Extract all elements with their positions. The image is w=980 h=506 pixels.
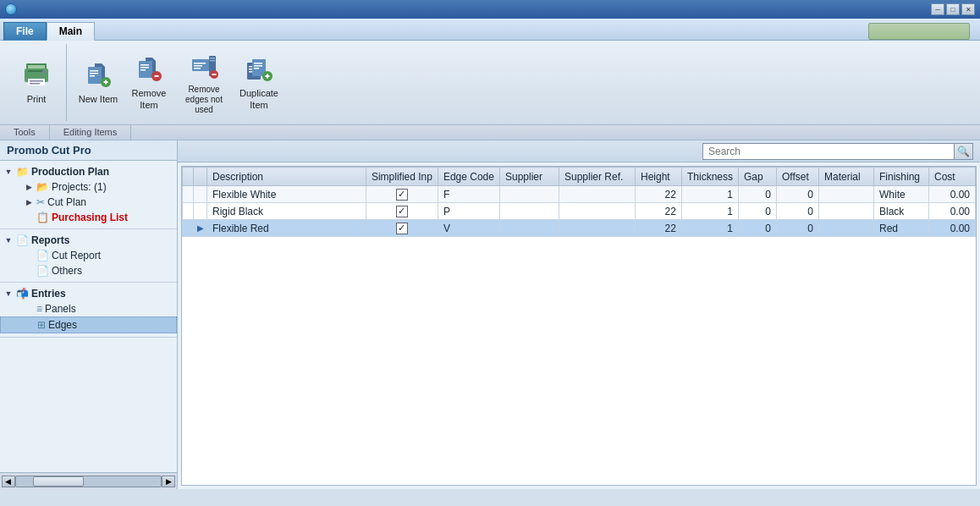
cell-description-1: Rigid Black xyxy=(207,203,366,220)
svg-rect-19 xyxy=(140,69,146,71)
cell-gap-2: 0 xyxy=(739,220,777,237)
col-gap: Gap xyxy=(739,168,777,186)
scissors-icon: ✂ xyxy=(36,196,45,208)
duplicate-item-label: Duplicate Item xyxy=(239,88,279,110)
search-container: 🔍 xyxy=(702,143,973,160)
cell-finishing-2: Red xyxy=(874,220,929,237)
cell-supplier-0 xyxy=(499,186,559,203)
cell-edge-code-0: F xyxy=(438,186,499,203)
svg-rect-26 xyxy=(194,68,201,69)
svg-point-6 xyxy=(42,70,46,74)
production-plan-section: ▼ 📁 Production Plan ▶ 📂 Projects: (1) ▶ … xyxy=(0,161,177,229)
checkbox-simplified-1[interactable]: ✓ xyxy=(396,206,408,217)
tab-main[interactable]: Main xyxy=(47,22,95,41)
sidebar-title: Promob Cut Pro xyxy=(0,140,177,161)
close-button[interactable]: ✕ xyxy=(961,3,975,15)
col-arrow xyxy=(194,168,207,186)
svg-rect-2 xyxy=(28,70,45,72)
sidebar-item-cut-plan[interactable]: ▶ ✂ Cut Plan xyxy=(0,195,177,210)
scrollbar-track[interactable] xyxy=(15,476,162,487)
edges-table: Description Simplified Inp Edge Code Sup… xyxy=(182,167,976,237)
cell-simplified-2[interactable]: ✓ xyxy=(366,220,438,237)
list-icon: 📋 xyxy=(36,212,49,223)
collapse-production-plan[interactable]: ▼ xyxy=(3,167,14,177)
panels-icon: ≡ xyxy=(36,303,42,315)
svg-rect-17 xyxy=(140,64,149,66)
tab-file[interactable]: File xyxy=(3,22,47,41)
duplicate-item-button[interactable]: Duplicate Item xyxy=(234,52,284,113)
new-item-button[interactable]: New Item xyxy=(74,52,123,113)
app-area: Promob Cut Pro ▼ 📁 Production Plan ▶ 📂 P… xyxy=(0,140,980,489)
cell-cost-0: 0.00 xyxy=(929,186,976,203)
svg-rect-38 xyxy=(254,65,262,67)
collapse-entries[interactable]: ▼ xyxy=(3,289,14,299)
cell-finishing-0: White xyxy=(874,186,929,203)
menu-bar: File Main xyxy=(0,19,980,41)
remove-edges-button[interactable]: Remove edges not used xyxy=(175,52,233,113)
collapse-cut-plan[interactable]: ▶ xyxy=(24,197,34,207)
checkbox-simplified-0[interactable]: ✓ xyxy=(396,189,408,201)
purchasing-list-label: Purchasing List xyxy=(52,212,128,223)
col-supplier-ref: Supplier Ref. xyxy=(559,168,635,186)
table-row[interactable]: ▶ Flexible Red ✓ V 22 1 0 0 Red 0.00 xyxy=(183,220,976,237)
cell-material-2 xyxy=(819,220,874,237)
scroll-left-arrow[interactable]: ◀ xyxy=(2,476,15,487)
sidebar-item-others[interactable]: 📄 Others xyxy=(0,263,177,278)
horizontal-scrollbar[interactable]: ◀ ▶ xyxy=(0,472,177,489)
duplicate-item-icon xyxy=(244,54,274,85)
collapse-projects[interactable]: ▶ xyxy=(24,182,34,192)
sidebar-item-projects[interactable]: ▶ 📂 Projects: (1) xyxy=(0,179,177,195)
col-supplier: Supplier xyxy=(499,168,559,186)
cell-simplified-1[interactable]: ✓ xyxy=(366,203,438,220)
col-simplified: Simplified Inp xyxy=(366,168,438,186)
scrollbar-thumb[interactable] xyxy=(33,476,84,487)
sidebar-item-reports[interactable]: ▼ 📄 Reports xyxy=(0,233,177,248)
scroll-right-arrow[interactable]: ▶ xyxy=(162,476,175,487)
entries-icon: 📬 xyxy=(16,288,29,300)
sidebar-item-production-plan[interactable]: ▼ 📁 Production Plan xyxy=(0,164,177,179)
reports-label: Reports xyxy=(31,234,69,246)
table-header: Description Simplified Inp Edge Code Sup… xyxy=(183,168,976,186)
restore-button[interactable]: □ xyxy=(946,3,960,15)
remove-item-button[interactable]: Remove Item xyxy=(124,52,173,113)
edges-label: Edges xyxy=(48,319,77,331)
cell-gap-0: 0 xyxy=(739,186,777,203)
col-description: Description xyxy=(207,168,366,186)
sidebar-item-cut-report[interactable]: 📄 Cut Report xyxy=(0,248,177,263)
svg-rect-42 xyxy=(267,74,268,79)
search-bar: 🔍 xyxy=(178,140,980,162)
table-row[interactable]: Rigid Black ✓ P 22 1 0 0 Black 0.00 xyxy=(183,203,976,220)
search-button[interactable]: 🔍 xyxy=(954,144,972,159)
checkbox-simplified-2[interactable]: ✓ xyxy=(396,223,408,234)
cell-edge-code-1: P xyxy=(438,203,499,220)
minimize-button[interactable]: ─ xyxy=(931,3,944,15)
remove-item-icon xyxy=(134,54,164,85)
col-finishing: Finishing xyxy=(874,168,929,186)
cell-supplier-2 xyxy=(499,220,559,237)
collapse-reports[interactable]: ▼ xyxy=(3,235,14,245)
col-thickness: Thickness xyxy=(681,168,738,186)
search-input[interactable] xyxy=(703,146,954,157)
cell-simplified-0[interactable]: ✓ xyxy=(366,186,438,203)
toolbar-group-tools: Print xyxy=(7,44,67,121)
col-material: Material xyxy=(819,168,874,186)
folder-open-icon: 📁 xyxy=(16,166,29,178)
svg-rect-18 xyxy=(140,67,149,69)
cell-description-2: Flexible Red xyxy=(207,220,366,237)
cut-report-icon: 📄 xyxy=(36,250,49,261)
sidebar-item-panels[interactable]: ≡ Panels xyxy=(0,301,177,316)
cell-supplier-ref-0 xyxy=(559,186,635,203)
sidebar-item-edges[interactable]: ⊞ Edges xyxy=(0,316,177,333)
svg-rect-10 xyxy=(90,73,98,74)
sidebar-item-entries[interactable]: ▼ 📬 Entries xyxy=(0,286,177,301)
production-plan-label: Production Plan xyxy=(31,166,109,178)
edges-icon: ⊞ xyxy=(37,319,46,331)
reports-folder-icon: 📄 xyxy=(16,234,29,246)
svg-rect-9 xyxy=(90,70,98,72)
row-indicator-1 xyxy=(183,203,194,220)
sidebar-item-purchasing-list[interactable]: 📋 Purchasing List xyxy=(0,210,177,225)
table-row[interactable]: Flexible White ✓ F 22 1 0 0 White 0.00 xyxy=(183,186,976,203)
print-button[interactable]: Print xyxy=(12,52,61,113)
search-icon: 🔍 xyxy=(957,146,970,157)
svg-rect-5 xyxy=(30,83,40,85)
